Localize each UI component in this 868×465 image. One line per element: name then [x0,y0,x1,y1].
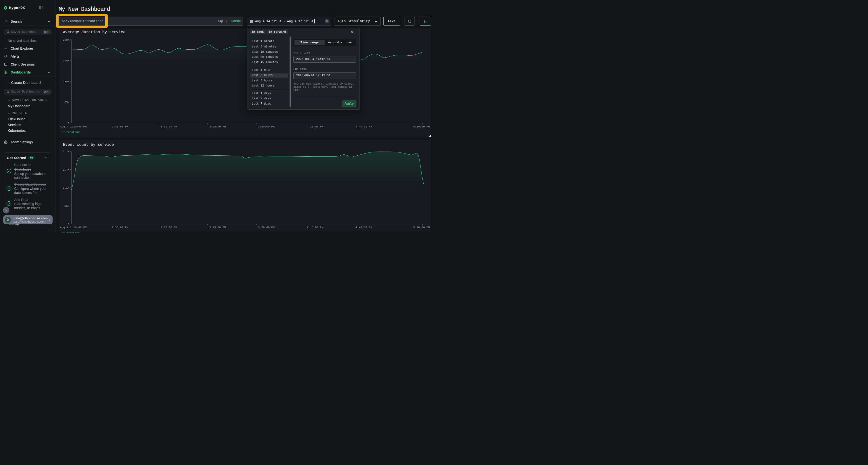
svg-text:2:35:00 PM: 2:35:00 PM [112,125,128,128]
svg-text:frontend: frontend [66,231,80,232]
svg-text:Aug 4 2:10:00 PM: Aug 4 2:10:00 PM [60,226,87,229]
svg-text:1.7K: 1.7K [63,168,69,171]
svg-text:130K: 130K [63,80,69,83]
svg-text:550: 550 [64,204,69,207]
svg-text:3:50:00 PM: 3:50:00 PM [258,226,274,229]
svg-text:1.1K: 1.1K [63,186,69,189]
svg-text:4:15:00 PM: 4:15:00 PM [307,226,323,229]
svg-text:2.2K: 2.2K [63,150,69,153]
svg-text:65K: 65K [64,101,69,104]
svg-text:3:00:00 PM: 3:00:00 PM [160,125,177,128]
svg-text:3:25:00 PM: 3:25:00 PM [209,125,226,128]
svg-text:5:10:00 PM: 5:10:00 PM [413,125,430,128]
svg-text:195K: 195K [63,59,69,62]
svg-text:0: 0 [68,122,69,125]
svg-text:4:40:00 PM: 4:40:00 PM [355,226,372,229]
svg-text:3:50:00 PM: 3:50:00 PM [258,125,274,128]
svg-text:Aug 4 2:10:00 PM: Aug 4 2:10:00 PM [60,125,87,128]
svg-text:3:25:00 PM: 3:25:00 PM [209,226,226,229]
svg-text:260K: 260K [63,38,69,41]
svg-text:5:10:00 PM: 5:10:00 PM [413,226,430,229]
svg-text:2:35:00 PM: 2:35:00 PM [112,226,128,229]
svg-text:frontend: frontend [66,131,80,134]
svg-text:0: 0 [68,222,69,226]
svg-text:4:15:00 PM: 4:15:00 PM [307,125,323,128]
svg-text:4:40:00 PM: 4:40:00 PM [355,125,372,128]
svg-text:3:00:00 PM: 3:00:00 PM [160,226,177,229]
